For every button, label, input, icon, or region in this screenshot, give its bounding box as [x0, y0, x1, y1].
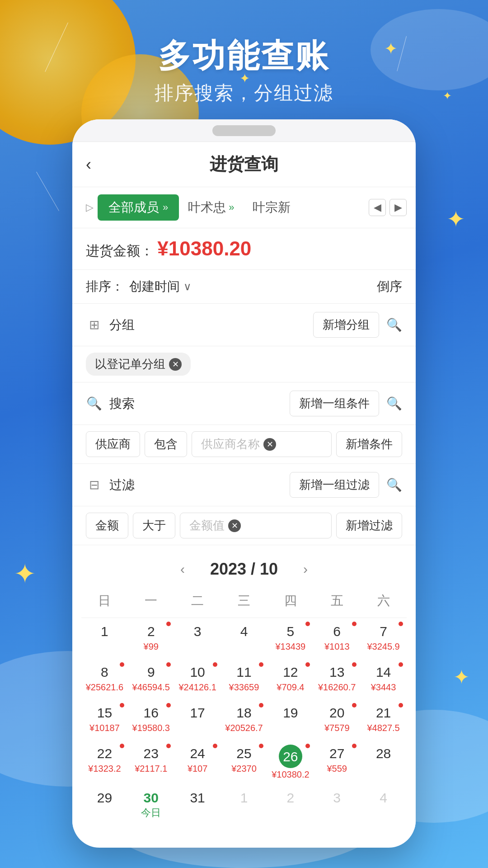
weekday-tue: 二 — [174, 589, 221, 613]
group-tag: 以登记单分组 ✕ — [86, 353, 191, 376]
search-value-close[interactable]: ✕ — [263, 438, 276, 451]
calendar-day-24[interactable]: 24 ¥107 — [174, 740, 221, 784]
add-filter-button[interactable]: 新增过滤 — [336, 513, 402, 538]
calendar-day-8[interactable]: 8 ¥25621.6 — [81, 659, 128, 699]
day-number: 7 — [380, 623, 387, 640]
day-dot — [120, 703, 124, 708]
member-tab-all[interactable]: 全部成员 » — [98, 194, 179, 221]
add-filter-group-button[interactable]: 新增一组过滤 — [290, 472, 379, 498]
play-icon[interactable]: ▷ — [81, 199, 98, 216]
day-dot — [399, 703, 403, 708]
calendar-next-arrow[interactable]: › — [296, 559, 315, 580]
search-field-chip[interactable]: 供应商 — [86, 431, 140, 457]
day-number: 28 — [376, 745, 391, 762]
day-number: 4 — [240, 623, 248, 640]
member-tab-2[interactable]: 叶宗新 — [244, 194, 300, 221]
calendar-day-27[interactable]: 27 ¥559 — [314, 740, 360, 784]
day-amount: ¥7579 — [324, 722, 350, 733]
day-number-dim: 4 — [380, 789, 387, 807]
search-operator-chip[interactable]: 包含 — [145, 431, 187, 457]
calendar-day-1[interactable]: 1 — [81, 618, 128, 659]
group-icon: ⊞ — [86, 317, 102, 332]
calendar-day-19[interactable]: 19 — [267, 699, 314, 740]
calendar-day-18[interactable]: 18 ¥20526.7 — [221, 699, 267, 740]
calendar-day-6[interactable]: 6 ¥1013 — [314, 618, 360, 659]
calendar-day-28[interactable]: 28 — [360, 740, 407, 784]
weekday-sat: 六 — [360, 589, 407, 613]
search-right-icon[interactable]: 🔍 — [386, 396, 402, 411]
add-search-condition-button[interactable]: 新增一组条件 — [290, 391, 379, 416]
sort-dropdown-arrow: ∨ — [183, 280, 192, 293]
calendar-day-10[interactable]: 10 ¥24126.1 — [174, 659, 221, 699]
member-tab-1[interactable]: 叶术忠 » — [179, 194, 243, 221]
day-amount: ¥4827.5 — [367, 722, 399, 733]
group-tag-row: 以登记单分组 ✕ — [72, 346, 416, 382]
day-dot — [352, 703, 357, 708]
calendar-day-13[interactable]: 13 ¥16260.7 — [314, 659, 360, 699]
member-prev-arrow[interactable]: ◀ — [369, 199, 386, 216]
calendar-day-next-3[interactable]: 3 — [314, 784, 360, 825]
calendar-day-22[interactable]: 22 ¥1323.2 — [81, 740, 128, 784]
sort-dropdown[interactable]: 创建时间 ∨ — [129, 278, 371, 295]
filter-operator-chip[interactable]: 大于 — [133, 513, 175, 538]
back-button[interactable]: ‹ — [86, 155, 91, 174]
calendar-day-5[interactable]: 5 ¥13439 — [267, 618, 314, 659]
calendar-day-20[interactable]: 20 ¥7579 — [314, 699, 360, 740]
filter-label: 过滤 — [109, 476, 282, 494]
day-dot — [352, 662, 357, 667]
calendar-prev-arrow[interactable]: ‹ — [173, 559, 192, 580]
calendar-day-23[interactable]: 23 ¥2117.1 — [128, 740, 174, 784]
day-number-selected: 26 — [279, 745, 302, 768]
calendar-week-1: 1 2 ¥99 3 4 5 — [81, 618, 407, 659]
day-dot — [305, 744, 310, 748]
group-search-icon[interactable]: 🔍 — [386, 317, 402, 332]
member-next-arrow[interactable]: ▶ — [389, 199, 407, 216]
calendar-day-15[interactable]: 15 ¥10187 — [81, 699, 128, 740]
search-value-input[interactable]: 供应商名称 ✕ — [192, 431, 332, 457]
day-number: 19 — [283, 704, 298, 722]
calendar-day-2[interactable]: 2 ¥99 — [128, 618, 174, 659]
calendar-day-21[interactable]: 21 ¥4827.5 — [360, 699, 407, 740]
calendar-day-11[interactable]: 11 ¥33659 — [221, 659, 267, 699]
calendar-day-29[interactable]: 29 — [81, 784, 128, 825]
calendar-day-12[interactable]: 12 ¥709.4 — [267, 659, 314, 699]
add-group-button[interactable]: 新增分组 — [313, 312, 379, 338]
day-number: 23 — [144, 745, 159, 762]
group-tag-close[interactable]: ✕ — [169, 358, 182, 371]
weekday-sun: 日 — [81, 589, 128, 613]
filter-search-icon[interactable]: 🔍 — [386, 477, 402, 492]
calendar-day-3[interactable]: 3 — [174, 618, 221, 659]
calendar-day-31[interactable]: 31 — [174, 784, 221, 825]
day-number: 8 — [101, 663, 108, 681]
day-number: 25 — [236, 745, 251, 762]
filter-value-input[interactable]: 金额值 ✕ — [180, 513, 332, 538]
calendar-day-9[interactable]: 9 ¥46594.5 — [128, 659, 174, 699]
search-condition-row: 供应商 包含 供应商名称 ✕ 新增条件 — [72, 425, 416, 464]
calendar-day-30[interactable]: 30 今日 — [128, 784, 174, 825]
filter-field-chip[interactable]: 金额 — [86, 513, 128, 538]
day-amount: ¥33659 — [229, 682, 259, 693]
calendar-day-next-4[interactable]: 4 — [360, 784, 407, 825]
calendar-day-17[interactable]: 17 — [174, 699, 221, 740]
member-tab-2-label: 叶宗新 — [253, 199, 291, 216]
calendar-day-16[interactable]: 16 ¥19580.3 — [128, 699, 174, 740]
add-condition-button[interactable]: 新增条件 — [336, 431, 402, 457]
calendar-day-4[interactable]: 4 — [221, 618, 267, 659]
calendar-day-26[interactable]: 26 ¥10380.2 — [267, 740, 314, 784]
day-number: 6 — [333, 623, 341, 640]
day-number: 10 — [190, 663, 205, 681]
filter-value-close[interactable]: ✕ — [228, 519, 241, 532]
day-number: 13 — [329, 663, 344, 681]
weekday-thu: 四 — [267, 589, 314, 613]
calendar-day-next-2[interactable]: 2 — [267, 784, 314, 825]
search-label: 搜索 — [109, 395, 282, 412]
calendar-day-next-1[interactable]: 1 — [221, 784, 267, 825]
search-section-icon: 🔍 — [86, 396, 102, 411]
sort-order[interactable]: 倒序 — [377, 278, 402, 295]
day-number-today: 30 — [144, 789, 159, 807]
calendar-day-14[interactable]: 14 ¥3443 — [360, 659, 407, 699]
calendar-day-25[interactable]: 25 ¥2370 — [221, 740, 267, 784]
day-amount: ¥10380.2 — [272, 769, 309, 780]
calendar-day-7[interactable]: 7 ¥3245.9 — [360, 618, 407, 659]
member-tab-1-label: 叶术忠 — [188, 199, 226, 216]
